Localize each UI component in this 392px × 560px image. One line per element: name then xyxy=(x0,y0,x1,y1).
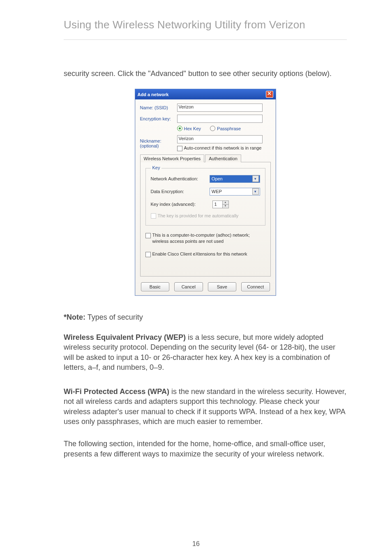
chevron-up-icon: ▲ xyxy=(223,201,228,205)
network-auth-value: Open xyxy=(212,176,223,181)
nickname-label: Nickname: (optional) xyxy=(140,138,177,148)
wpa-title: Wi-Fi Protected Access (WPA) xyxy=(64,387,169,396)
page-number: 16 xyxy=(0,540,392,548)
hex-key-radio-label: Hex Key xyxy=(184,126,201,131)
data-encryption-dropdown[interactable]: WEP ▾ xyxy=(210,188,260,196)
passphrase-radio-label: Passphrase xyxy=(217,126,241,131)
checkbox-icon xyxy=(145,233,151,238)
key-auto-checkbox: The key is provided for me automatically xyxy=(151,213,260,219)
auto-connect-checkbox[interactable]: Auto-connect if this network is in range xyxy=(177,145,263,151)
tab-panel: Key Network Authentication: Open ▾ Data … xyxy=(140,162,271,277)
wpa-paragraph: Wi-Fi Protected Access (WPA) is the new … xyxy=(64,387,347,426)
data-encryption-label: Data Encryption: xyxy=(151,189,210,194)
chevron-down-icon: ▾ xyxy=(252,188,259,195)
passphrase-radio[interactable]: Passphrase xyxy=(210,126,241,131)
dialog-titlebar: Add a network ✕ xyxy=(135,89,276,99)
checkbox-icon xyxy=(145,252,151,257)
data-encryption-value: WEP xyxy=(212,189,222,194)
note-prefix: *Note: xyxy=(64,313,85,321)
encryption-key-label: Encryption key: xyxy=(140,116,177,121)
tab-wireless-properties[interactable]: Wireless Network Properties xyxy=(140,154,205,162)
adhoc-checkbox[interactable]: This is a computer-to-computer (adhoc) n… xyxy=(145,232,265,244)
dialog-footer: Basic Cancel Save Connect xyxy=(135,279,276,295)
network-auth-dropdown[interactable]: Open ▾ xyxy=(210,175,260,183)
nickname-label-text: Nickname: xyxy=(140,138,161,143)
key-index-stepper[interactable]: 1 ▲ ▼ xyxy=(212,200,229,208)
auto-connect-label: Auto-connect if this network is in range xyxy=(184,145,262,150)
close-icon[interactable]: ✕ xyxy=(266,91,273,98)
basic-button[interactable]: Basic xyxy=(141,282,170,291)
radio-dot-icon xyxy=(210,126,215,131)
closing-paragraph: The following section, intended for the … xyxy=(64,439,347,459)
key-auto-label: The key is provided for me automatically xyxy=(158,213,239,218)
ssid-label: Name: (SSID) xyxy=(140,105,177,110)
wep-paragraph: Wireless Equivalent Privacy (WEP) is a l… xyxy=(64,332,347,372)
connect-button[interactable]: Connect xyxy=(241,282,270,291)
encryption-key-input[interactable] xyxy=(177,115,263,123)
tab-strip: Wireless Network Properties Authenticati… xyxy=(140,154,271,162)
wep-title: Wireless Equivalent Privacy (WEP) xyxy=(64,333,186,341)
add-network-dialog: Add a network ✕ Name: (SSID) Verizon Enc… xyxy=(135,89,276,295)
network-auth-label: Network Authentication: xyxy=(151,176,210,181)
chevron-down-icon: ▼ xyxy=(223,205,228,208)
key-legend: Key xyxy=(151,165,162,170)
cisco-checkbox[interactable]: Enable Cisco Client eXtensions for this … xyxy=(145,251,265,257)
page-title: Using the Wireless Networking Utility fr… xyxy=(64,18,347,40)
save-button[interactable]: Save xyxy=(208,282,237,291)
cancel-button[interactable]: Cancel xyxy=(174,282,203,291)
chevron-down-icon: ▾ xyxy=(252,175,259,182)
nickname-input[interactable]: Verizon xyxy=(177,135,263,143)
intro-paragraph: security screen. Click the "Advanced" bu… xyxy=(64,69,347,78)
document-page: Using the Wireless Networking Utility fr… xyxy=(0,0,392,560)
key-index-label: Key index (advanced): xyxy=(151,202,212,207)
note-rest: Types of security xyxy=(85,313,143,321)
key-fieldset: Key Network Authentication: Open ▾ Data … xyxy=(145,168,265,226)
ssid-input[interactable]: Verizon xyxy=(177,104,263,112)
checkbox-icon xyxy=(177,146,182,151)
note-line: *Note: Types of security xyxy=(64,312,347,322)
cisco-label: Enable Cisco Client eXtensions for this … xyxy=(152,251,247,256)
adhoc-label: This is a computer-to-computer (adhoc) n… xyxy=(152,232,265,244)
hex-key-radio[interactable]: Hex Key xyxy=(177,126,201,131)
key-index-value: 1 xyxy=(214,202,217,207)
stepper-buttons[interactable]: ▲ ▼ xyxy=(222,201,228,208)
tab-authentication[interactable]: Authentication xyxy=(205,154,241,162)
dialog-title: Add a network xyxy=(138,92,169,97)
nickname-optional-text: (optional) xyxy=(140,143,159,148)
checkbox-icon xyxy=(151,213,156,219)
radio-dot-icon xyxy=(177,126,182,131)
